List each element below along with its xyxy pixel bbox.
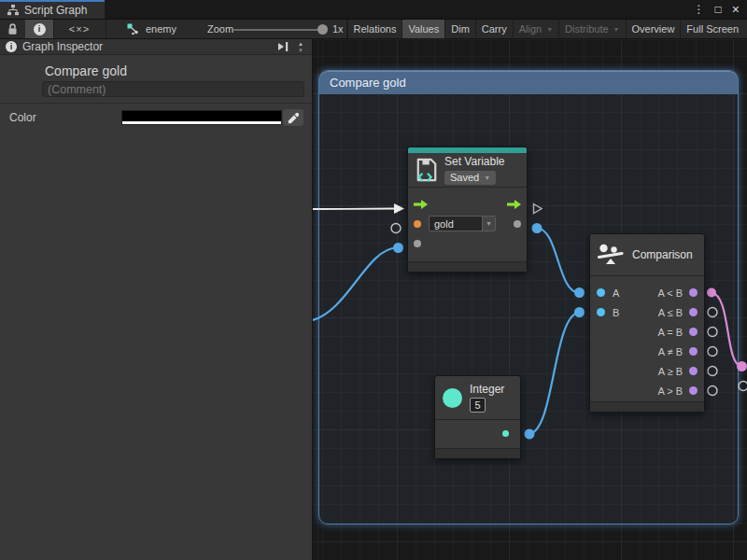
wire-flow-in[interactable] [313,209,394,210]
port-input-b[interactable] [597,308,605,316]
node-title: Integer [470,383,504,396]
dock-panel-icon[interactable] [277,41,289,52]
lock-button[interactable] [0,20,25,38]
dim-button[interactable]: Dim [444,20,475,38]
wire-integer-to-b[interactable] [529,313,579,435]
tab-label: Script Graph [24,4,87,17]
wire-endpoint[interactable] [737,361,747,371]
window-controls: ⋮ □ × [694,0,747,19]
port-output-a-eq-b[interactable] [689,328,698,336]
tab-script-graph[interactable]: Script Graph [0,0,105,19]
node-footer [435,448,520,458]
code-icon: <×> [69,23,90,35]
inspector-title: Graph Inspector [22,40,103,53]
spin-down-icon: ▼ [298,48,303,53]
unconnected-port-circle[interactable] [708,328,717,337]
comparison-row: A A < B [590,283,704,302]
variable-kind-dropdown[interactable]: Saved ▼ [444,171,496,185]
chevron-down-icon: ▼ [613,26,620,33]
port-variable-name-in[interactable] [414,220,421,228]
spin-up-icon: ▲ [298,41,303,47]
port-flow-in[interactable] [414,200,428,209]
flow-arrowhead-icon [394,203,404,214]
comparison-row: B A ≤ B [590,302,704,322]
port-output-a-lte-b[interactable] [689,308,698,316]
lock-icon [7,23,18,35]
maximize-icon[interactable]: □ [715,4,722,15]
color-swatch[interactable] [121,110,282,125]
port-flow-out[interactable] [507,200,521,209]
variable-name-dropdown[interactable]: gold ▼ [429,216,496,231]
graph-hierarchy-icon [7,5,19,16]
unconnected-port-circle[interactable] [739,382,747,391]
unconnected-port-circle[interactable] [708,347,717,357]
port-value-out[interactable] [514,220,521,228]
relations-button[interactable]: Relations [347,20,402,38]
zoom-slider-handle[interactable] [317,24,328,35]
comparison-icon [598,243,626,267]
comparison-row: A ≥ B [590,361,704,381]
graph-node-icon [127,23,139,35]
inspector-header: i Graph Inspector ▲ ▼ [0,39,312,55]
node-set-variable[interactable]: Set Variable Saved ▼ gold ▼ [407,147,528,273]
eyedropper-button[interactable] [283,109,303,126]
align-button[interactable]: Align ▼ [513,20,558,38]
node-title: Comparison [632,248,693,261]
graph-inspector-panel: i Graph Inspector ▲ ▼ Compare gold Color [0,39,313,560]
wire-endpoint[interactable] [532,223,543,233]
wire-endpoint[interactable] [525,429,535,440]
unconnected-port-circle[interactable] [708,308,717,317]
divider [0,103,312,104]
port-input-a[interactable] [597,288,605,297]
values-button[interactable]: Values [402,20,444,38]
close-icon[interactable]: × [732,3,740,16]
carry-button[interactable]: Carry [475,20,513,38]
code-view-button[interactable]: <×> [53,20,106,38]
wire-setvar-to-a[interactable] [537,229,579,293]
wire-endpoint[interactable] [574,307,585,317]
zoom-slider-track[interactable] [233,29,318,31]
port-output-a-lt-b[interactable] [689,288,698,297]
flow-out-triangle[interactable] [534,204,543,214]
full-screen-button[interactable]: Full Screen [680,20,744,38]
zoom-value: 1x [332,23,344,35]
graph-toolbar: i <×> enemy Zoom 1x Relations Values Dim… [0,19,747,39]
eyedropper-icon [288,112,300,124]
window-menu-icon[interactable]: ⋮ [694,4,705,15]
port-output-a-gte-b[interactable] [689,367,698,375]
inspector-toggle-button[interactable]: i [25,20,53,38]
port-value-in[interactable] [414,240,421,247]
port-value-out[interactable] [502,430,509,437]
alpha-bar [122,121,281,124]
node-comparison[interactable]: Comparison A A < B B A ≤ B A = B A ≠ B [589,233,705,413]
wire-endpoint[interactable] [393,243,403,253]
node-integer[interactable]: Integer 5 [434,375,521,459]
title-bar: Script Graph ⋮ □ × [0,0,747,19]
comparison-row: A = B [590,322,704,342]
info-icon: i [6,41,17,52]
port-output-a-neq-b[interactable] [689,347,698,356]
comparison-row: A > B [590,381,704,400]
unconnected-port-circle[interactable] [708,367,717,376]
node-footer [590,401,704,412]
unconnected-port-circle[interactable] [391,224,401,233]
overview-button[interactable]: Overview [626,20,681,38]
chevron-down-icon: ▼ [546,26,553,33]
comparison-row: A ≠ B [590,342,704,361]
chevron-down-icon[interactable]: ▼ [482,217,495,231]
distribute-button[interactable]: Distribute ▼ [558,20,625,38]
panel-spinner[interactable]: ▲ ▼ [295,41,306,53]
breadcrumb-graph[interactable]: enemy [121,20,182,38]
integer-value-field[interactable]: 5 [470,398,486,413]
wire-endpoint[interactable] [707,288,716,298]
wire-endpoint[interactable] [574,287,585,298]
toolbar-buttons: Relations Values Dim Carry Align ▼ Distr… [347,20,747,38]
graph-canvas[interactable]: Compare gold [313,39,747,560]
port-output-a-gt-b[interactable] [689,386,698,395]
toolbar-separator [106,20,106,38]
node-title: Set Variable [444,155,504,168]
breadcrumb-label: enemy [146,23,176,35]
wire-value-in[interactable] [313,248,397,321]
comment-input[interactable] [42,81,304,97]
unconnected-port-circle[interactable] [708,386,717,396]
